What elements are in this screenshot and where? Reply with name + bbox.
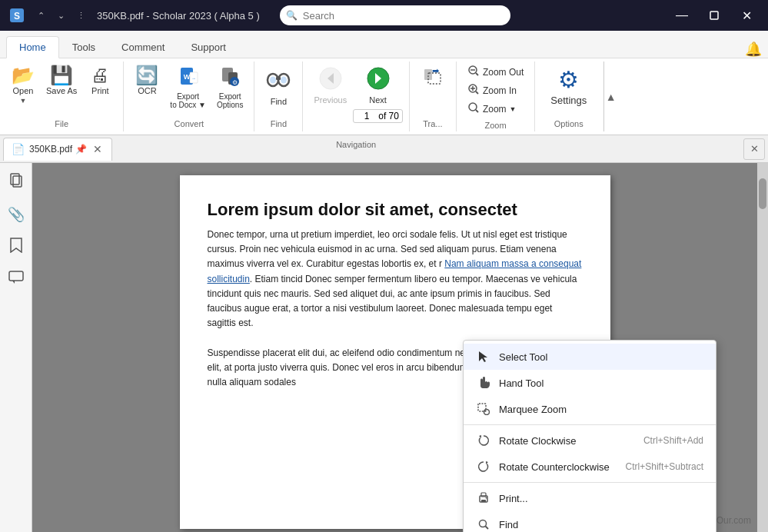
close-button[interactable]: ✕ [731, 0, 762, 31]
marquee-zoom-icon [476, 401, 491, 417]
find-button[interactable]: Find [261, 63, 296, 109]
tab-bar: 📄 350KB.pdf 📌 ✕ ✕ [0, 135, 768, 163]
ocr-label: OCR [138, 86, 156, 95]
forward-btn[interactable]: ⌄ [52, 7, 69, 24]
tab-comment[interactable]: Comment [108, 36, 178, 58]
context-menu-hand-tool[interactable]: Hand Tool [464, 370, 716, 396]
rotate-ccw-icon [476, 459, 491, 474]
export-options-button[interactable]: ⚙ ExportOptions [212, 63, 248, 112]
context-menu-print[interactable]: Print... [464, 485, 716, 511]
settings-gear-icon: ⚙ [558, 66, 579, 93]
rotate-cw-icon [476, 433, 491, 448]
convert-section-items: 🔄 OCR W → Exportto Docx ▼ [130, 63, 248, 116]
export-to-docx-button[interactable]: W → Exportto Docx ▼ [165, 63, 211, 112]
rotate-ccw-label: Rotate Counterclockwise [499, 461, 618, 473]
ribbon-section-navigation: Previous Next of 70 Home [303, 62, 410, 131]
scroll-thumb[interactable] [759, 178, 766, 209]
print-button[interactable]: 🖨 Print [83, 63, 117, 98]
context-menu-rotate-cw[interactable]: Rotate Clockwise Ctrl+Shift+Add [464, 427, 716, 454]
page-input-wrap: of 70 [353, 109, 403, 123]
pdf-link[interactable]: Nam aliquam massa a consequat sollicitud… [208, 258, 582, 284]
open-icon: 📂 [12, 66, 35, 85]
ribbon-tabs: Home Tools Comment Support 🔔 [0, 31, 768, 58]
ocr-button[interactable]: 🔄 OCR [130, 63, 164, 98]
pdf-paragraph-1: Donec tempor, urna ut pretium imperdiet,… [208, 228, 583, 331]
svg-rect-44 [481, 500, 486, 502]
sidebar-attachments-button[interactable]: 📎 [3, 201, 29, 228]
back-btn[interactable]: ⌃ [32, 7, 49, 24]
context-menu-find[interactable]: Find [464, 511, 716, 532]
context-menu-rotate-ccw[interactable]: Rotate Counterclockwise Ctrl+Shift+Subtr… [464, 454, 716, 480]
tab-close-button[interactable]: ✕ [91, 143, 104, 155]
menu-btn[interactable]: ⋮ [72, 7, 89, 24]
svg-line-47 [486, 527, 489, 530]
notification-bell-icon[interactable]: 🔔 [745, 41, 762, 58]
app-logo: S [6, 5, 28, 26]
context-divider-2 [464, 482, 716, 483]
settings-button[interactable]: ⚙ Settings [541, 63, 596, 109]
svg-point-15 [281, 77, 287, 84]
tab-pin-icon[interactable]: 📌 [75, 144, 87, 155]
open-button[interactable]: 📂 Open ▼ [6, 63, 40, 108]
sidebar-bookmarks-button[interactable] [3, 234, 29, 260]
search-input[interactable] [280, 5, 510, 25]
zoom-label: Zoom [483, 104, 507, 115]
page-number-input[interactable] [357, 111, 377, 121]
ribbon-section-convert: 🔄 OCR W → Exportto Docx ▼ [124, 62, 254, 131]
tab-tools[interactable]: Tools [59, 36, 108, 58]
context-menu-marquee-zoom[interactable]: Marquee Zoom [464, 396, 716, 422]
export-docx-label: Exportto Docx ▼ [170, 92, 206, 109]
zoom-out-button[interactable]: Zoom Out [463, 63, 528, 81]
svg-point-14 [270, 77, 276, 84]
sidebar-pages-button[interactable] [3, 169, 29, 195]
sidebar-comments-button[interactable] [3, 266, 29, 292]
tab-home[interactable]: Home [6, 36, 59, 58]
zoom-button[interactable]: Zoom ▼ [463, 100, 528, 118]
title-bar-controls: ⌃ ⌄ ⋮ [32, 7, 89, 24]
select-tool-label: Select Tool [499, 351, 703, 363]
pdf-content-area: Lorem ipsum dolor sit amet, consectet Do… [32, 163, 757, 532]
previous-button[interactable]: Previous [309, 63, 351, 108]
context-menu-select-tool[interactable]: Select Tool [464, 344, 716, 370]
export-docx-icon: W → [178, 66, 199, 91]
svg-text:W: W [183, 73, 190, 81]
zoom-in-button[interactable]: Zoom In [463, 81, 528, 99]
save-as-button[interactable]: 💾 Save As [42, 63, 81, 98]
transform-button[interactable] [416, 63, 450, 95]
convert-section-label: Convert [171, 118, 208, 130]
transform-icon [421, 66, 444, 92]
next-button[interactable]: Next [361, 63, 395, 108]
title-bar: S ⌃ ⌄ ⋮ 350KB.pdf - Scholar 2023 ( Alpha… [0, 0, 768, 31]
scrollbar[interactable] [757, 163, 768, 532]
svg-point-45 [486, 497, 487, 499]
window-controls: — ✕ [667, 0, 762, 31]
zoom-section-label: Zoom [482, 119, 510, 131]
ribbon-collapse-icon: ▲ [606, 91, 617, 103]
svg-marker-36 [479, 351, 487, 362]
ribbon-section-zoom: Zoom Out Zoom In [457, 62, 535, 131]
maximize-button[interactable] [699, 0, 730, 31]
next-icon [366, 66, 391, 94]
print-label: Print [91, 86, 109, 95]
file-section-items: 📂 Open ▼ 💾 Save As 🖨 Print [6, 63, 117, 116]
document-tab[interactable]: 📄 350KB.pdf 📌 ✕ [3, 138, 112, 161]
export-options-label: ExportOptions [217, 92, 243, 109]
zoom-out-label: Zoom Out [483, 67, 524, 78]
svg-text:→: → [191, 76, 196, 81]
find-ctx-icon [476, 517, 491, 532]
open-label: Open [13, 86, 34, 95]
context-menu: Select Tool Hand Tool [463, 340, 716, 532]
panel-close-button[interactable]: ✕ [743, 138, 765, 160]
ribbon-tab-right: 🔔 [745, 41, 762, 58]
svg-point-29 [469, 103, 477, 111]
hand-tool-icon [476, 375, 491, 391]
svg-rect-2 [710, 12, 718, 19]
sidebar: 📎 [0, 163, 32, 532]
svg-rect-32 [13, 176, 22, 187]
ribbon-collapse-button[interactable]: ▲ [603, 62, 617, 131]
tab-support[interactable]: Support [178, 36, 239, 58]
file-section-label: File [52, 118, 71, 130]
minimize-button[interactable]: — [667, 0, 697, 31]
select-tool-icon [476, 349, 491, 364]
svg-text:S: S [14, 11, 20, 22]
